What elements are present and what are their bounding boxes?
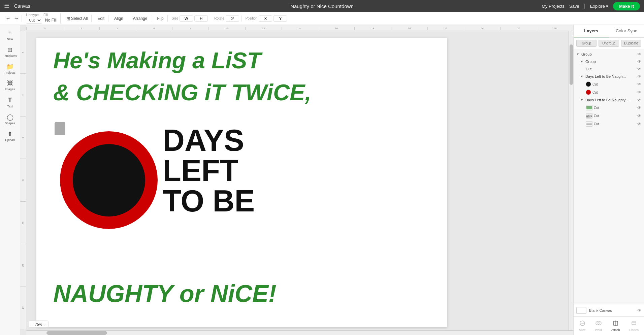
expand-icon-3: ▼ [580,75,583,78]
zoom-level: 75% [35,322,42,326]
my-projects-link[interactable]: My Projects [542,4,565,9]
expand-icon-2: ▼ [580,60,583,63]
ruler-left: 2 4 6 8 10 12 14 [20,31,26,329]
blank-canvas-swatch [576,307,586,314]
align-group: Align [110,15,127,22]
save-button[interactable]: Save [569,4,579,9]
layer-cut-text-eye[interactable]: 👁 [637,113,641,118]
linetype-select[interactable]: Cut [26,17,42,24]
position-x-input[interactable] [259,15,272,22]
layer-cut-red[interactable]: Cut 👁 [574,88,644,96]
layer-days-left-2[interactable]: ▼ Days Left to Be Naughty ... 👁 [574,96,644,104]
sidebar-item-shapes[interactable]: ◯ Shapes [1,111,19,127]
sidebar-item-templates[interactable]: ⊞ Templates [1,44,19,60]
ornament-inner [73,144,145,216]
sidebar-item-new[interactable]: + New [1,28,19,43]
horizontal-scrollbar[interactable] [26,330,573,335]
layer-cut-black-eye[interactable]: 👁 [637,82,641,87]
slice-button[interactable]: Slice [578,319,586,333]
layer-cut-green-lines-label: Cut [594,106,599,110]
layer-days-left-2-eye[interactable]: 👁 [637,98,641,102]
layer-cut-text[interactable]: DAYS LEFT Cut 👁 [574,112,644,120]
panel-bottom: Blank Canvas 👁 Slice Weld [574,304,644,335]
design-canvas[interactable]: He's Making a LiST & CHECKiNG iT TWiCE, [36,38,447,327]
templates-icon: ⊞ [7,46,12,54]
sidebar-item-images[interactable]: 🖼 Images [1,78,19,93]
layer-days-left-2-label: Days Left to Be Naughty ... [585,98,636,102]
layer-cut-red-label: Cut [592,91,598,94]
fill-label: Fill [43,13,58,17]
hscroll-thumb[interactable] [46,331,107,335]
fill-button[interactable]: No Fill [43,17,58,24]
explore-button[interactable]: Explore ▾ [590,4,608,9]
blank-canvas-label: Blank Canvas [589,308,635,312]
make-it-button[interactable]: Make It [613,2,640,10]
sidebar-item-shapes-label: Shapes [5,122,15,125]
layer-group-2-eye[interactable]: 👁 [637,59,641,64]
flip-group: Flip [153,15,167,22]
flatten-icon [631,320,637,328]
zoom-out-button[interactable]: − [31,322,34,327]
new-icon: + [8,30,12,37]
shapes-icon: ◯ [7,113,13,121]
sidebar-item-upload-label: Upload [5,138,15,142]
position-label: Position [246,16,258,20]
sidebar-item-projects[interactable]: 📁 Projects [1,61,19,76]
layer-days-left-1-eye[interactable]: 👁 [637,74,641,79]
attach-button[interactable]: Attach [611,319,621,333]
edit-button[interactable]: Edit [96,15,106,22]
layer-cut-lines2[interactable]: Cut 👁 [574,120,644,128]
tab-layers[interactable]: Layers [574,25,609,37]
rotate-group: Rotate [212,15,241,22]
canvas-label: Canvas [14,3,30,9]
blank-canvas-eye[interactable]: 👁 [637,308,641,313]
sidebar-item-text[interactable]: T Text [1,94,19,110]
position-y-input[interactable] [273,15,287,22]
sidebar-item-upload[interactable]: ⬆ Upload [1,128,19,144]
layer-cut-green-lines-eye[interactable]: 👁 [637,105,641,110]
flip-button[interactable]: Flip [155,15,165,22]
flatten-button[interactable]: Flatten [629,319,639,333]
layer-group-2[interactable]: ▼ Group 👁 [574,58,644,65]
layer-cut-red-eye[interactable]: 👁 [637,90,641,95]
layers-list: ▼ Group 👁 ▼ Group 👁 Cut 👁 ▼ Days Left to… [574,49,644,304]
size-h-input[interactable] [194,15,208,22]
undo-button[interactable]: ↩ [5,15,11,22]
group-button[interactable]: Group [576,40,597,47]
bottom-actions: Slice Weld Attach [574,317,644,335]
menu-icon[interactable]: ☰ [4,2,9,10]
duplicate-button[interactable]: Duplicate [621,40,641,47]
attach-icon [613,320,619,328]
select-all-button[interactable]: ⊞ Select All [65,15,89,22]
size-w-input[interactable] [180,15,193,22]
layer-cut-text-label: Cut [594,114,599,118]
top-bar: ☰ Canvas Naughty or Nice Countdown My Pr… [0,0,644,12]
rotate-input[interactable] [226,15,239,22]
arrange-button[interactable]: Arrange [131,15,149,22]
layer-days-left-1-label: Days Left to Be Naugh... [585,74,636,78]
layer-cut-black[interactable]: Cut 👁 [574,80,644,88]
slice-icon [579,320,585,328]
weld-button[interactable]: Weld [594,319,603,333]
layer-cut-lines2-eye[interactable]: 👁 [637,122,641,126]
ungroup-button[interactable]: Ungroup [599,40,619,47]
zoom-in-button[interactable]: + [44,322,46,327]
tab-color-sync[interactable]: Color Sync [609,25,644,37]
redo-button[interactable]: ↪ [13,15,20,22]
layer-group-1[interactable]: ▼ Group 👁 [574,51,644,58]
panel-tabs: Layers Color Sync [574,25,644,38]
design-text-bottom: NAUGHTY or NiCE! [53,280,277,307]
size-group: Size [170,15,210,22]
canvas-area[interactable]: 0 2 4 6 8 10 12 14 16 18 20 22 24 26 28 … [20,25,573,335]
layer-cut-1-eye[interactable]: 👁 [637,67,641,71]
sidebar-item-new-label: New [7,37,13,41]
align-button[interactable]: Align [112,15,125,22]
undo-redo-group: ↩ ↪ [3,15,22,22]
thumb-green-lines [586,105,592,110]
canvas-content: He's Making a LiST & CHECKiNG iT TWiCE, [26,31,573,329]
layer-cut-green-lines[interactable]: Cut 👁 [574,104,644,112]
layer-days-left-1[interactable]: ▼ Days Left to Be Naugh... 👁 [574,73,644,80]
position-group: Position [244,15,289,22]
layer-cut-1[interactable]: Cut 👁 [574,65,644,73]
layer-group-1-eye[interactable]: 👁 [637,52,641,57]
